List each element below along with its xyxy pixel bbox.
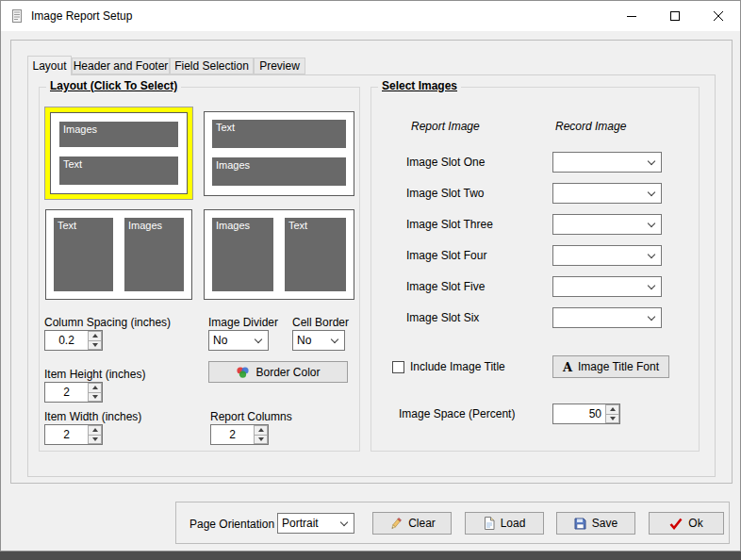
layout-preview-text-over-images[interactable]: Text Images [204,111,354,196]
image-slot-three-combobox[interactable] [552,214,662,235]
screen: Image Report Setup Layout Header and Foo… [0,0,741,560]
color-wheel-icon [236,366,250,379]
spinner-buttons [88,383,102,402]
down-arrow-icon [92,395,98,399]
tab-field-selection[interactable]: Field Selection [170,58,254,74]
clear-button[interactable]: Clear [372,512,452,535]
column-spacing-spinner[interactable]: 0.2 [44,330,103,351]
button-label: Image Title Font [578,360,659,373]
image-slot-one-combobox[interactable] [552,152,662,173]
spinner-down-button[interactable] [88,393,102,403]
page-orientation-label: Page Orientation [189,518,274,531]
report-columns-spinner[interactable]: 2 [210,424,269,445]
window-title: Image Report Setup [31,9,132,23]
cell-border-combobox[interactable]: No [292,330,345,351]
image-slot-four-label: Image Slot Four [406,249,486,262]
preview-col-text: Text [54,218,113,291]
maximize-button[interactable] [653,1,697,31]
up-arrow-icon [92,386,98,389]
report-image-header: Report Image [411,120,480,133]
layout-preview-images-beside-text[interactable]: Images Text [204,209,354,300]
tab-layout[interactable]: Layout [27,56,72,75]
down-arrow-icon [258,437,264,441]
spinner-up-button[interactable] [605,404,619,415]
button-label: Border Color [255,366,320,379]
spinner-up-button[interactable] [88,425,102,436]
preview-bar-images: Images [212,157,346,186]
save-button[interactable]: Save [556,512,635,535]
image-slot-six-combobox[interactable] [552,307,662,328]
image-slot-six-label: Image Slot Six [406,311,479,324]
spinner-down-button[interactable] [88,341,102,351]
preview-bar-label: Images [63,124,97,135]
check-icon [669,518,683,530]
image-slot-five-combobox[interactable] [552,276,662,297]
layout-preview-images-over-text[interactable]: Images Text [45,107,192,199]
spinner-value: 2 [45,383,88,402]
border-color-button[interactable]: Border Color [208,361,348,383]
item-width-label: Item Width (inches) [44,410,141,423]
spinner-down-button[interactable] [605,415,619,424]
image-title-font-button[interactable]: A Image Title Font [552,355,669,378]
tab-label: Preview [259,59,300,73]
chevron-down-icon [648,188,655,195]
chevron-down-icon [648,312,655,320]
tab-preview[interactable]: Preview [254,58,305,74]
spinner-value: 0.2 [45,331,88,350]
image-slot-four-combobox[interactable] [552,245,662,266]
item-width-spinner[interactable]: 2 [44,424,103,445]
preview-columns: Text Images [54,218,184,291]
chevron-down-icon [648,281,655,288]
spinner-value: 2 [45,425,88,444]
taskbar-strip [0,552,741,560]
spinner-value: 50 [553,404,605,423]
include-image-title-checkbox[interactable] [392,361,404,373]
load-button[interactable]: Load [465,512,544,535]
button-label: Load [501,517,526,530]
image-divider-combobox[interactable]: No [208,330,269,351]
document-icon [484,517,495,530]
item-height-spinner[interactable]: 2 [44,382,103,403]
select-images-groupbox: Select Images [370,87,700,452]
close-button[interactable] [697,1,740,31]
tab-header-and-footer[interactable]: Header and Footer [72,58,170,74]
image-slot-one-label: Image Slot One [406,156,485,169]
ok-button[interactable]: Ok [649,512,724,535]
image-slot-five-label: Image Slot Five [406,280,485,293]
record-image-header: Record Image [555,120,626,133]
image-report-setup-window: Image Report Setup Layout Header and Foo… [0,0,741,552]
save-icon [574,518,586,530]
up-arrow-icon [610,407,616,411]
down-arrow-icon [92,437,98,441]
spinner-down-button[interactable] [88,436,102,445]
spinner-up-button[interactable] [88,383,102,393]
item-height-label: Item Height (inches) [44,368,145,381]
include-image-title-label: Include Image Title [410,360,505,373]
preview-col-label: Images [128,220,162,231]
column-spacing-label: Column Spacing (inches) [44,316,171,329]
cell-border-label: Cell Border [292,316,349,329]
spinner-down-button[interactable] [254,436,268,445]
down-arrow-icon [610,417,616,420]
image-slot-two-combobox[interactable] [552,183,662,204]
up-arrow-icon [258,428,264,432]
tab-label: Field Selection [174,59,249,73]
chevron-down-icon [255,335,262,342]
up-arrow-icon [92,334,98,338]
spinner-up-button[interactable] [254,425,268,436]
button-label: Ok [688,517,702,530]
preview-bar-label: Text [216,122,235,133]
button-label: Save [592,517,618,530]
spinner-buttons [254,425,268,444]
preview-col-images: Images [124,218,184,291]
layout-preview-text-beside-images[interactable]: Text Images [45,209,192,300]
spinner-value: 2 [211,425,254,444]
preview-bar-text: Text [212,120,346,148]
minimize-button[interactable] [610,1,653,31]
tab-label: Layout [32,59,66,73]
spinner-up-button[interactable] [88,331,102,341]
preview-col-images: Images [212,218,273,291]
image-space-spinner[interactable]: 50 [552,404,620,424]
page-orientation-combobox[interactable]: Portrait [277,513,354,534]
image-space-label: Image Space (Percent) [399,407,515,420]
